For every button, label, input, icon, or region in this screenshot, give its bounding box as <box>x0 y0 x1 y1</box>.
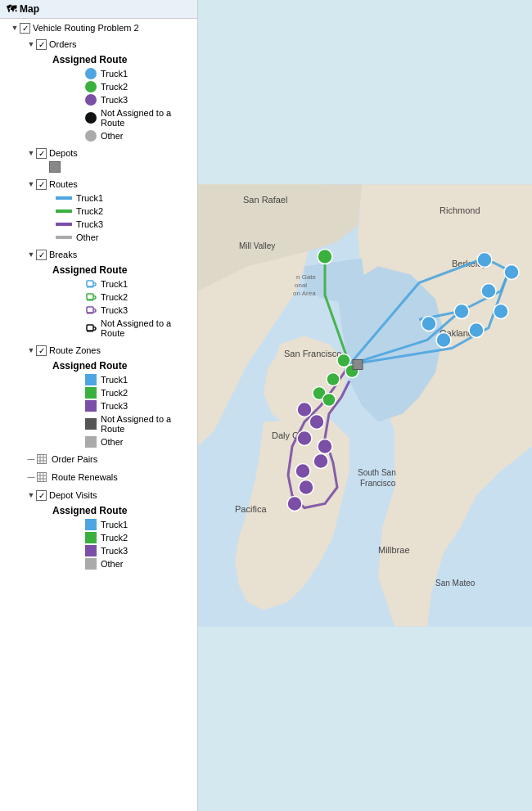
depotvisits-other: Other <box>85 557 197 570</box>
svg-point-57 <box>297 403 312 417</box>
svg-point-61 <box>313 454 328 469</box>
routes-truck3-icon <box>56 223 72 226</box>
svg-text:Pacifica: Pacifica <box>235 504 267 514</box>
routes-items: Truck1 Truck2 Truck3 Other <box>49 191 197 244</box>
routezones-truck1: Truck1 <box>85 373 197 386</box>
svg-text:onal: onal <box>295 282 307 289</box>
routezones-arrow: ▼ <box>26 345 36 355</box>
depots-checkbox[interactable] <box>36 148 47 159</box>
orders-unassigned-icon <box>85 112 97 124</box>
svg-point-56 <box>494 304 508 319</box>
orderpairs-group: — Order Pairs <box>7 450 197 468</box>
map-svg: San Rafael Richmond Mill Valley Berkeley… <box>198 0 532 811</box>
orders-row[interactable]: ▼ Orders <box>23 37 197 52</box>
orders-truck2: Truck2 <box>85 80 197 93</box>
map-area[interactable]: San Rafael Richmond Mill Valley Berkeley… <box>198 0 532 811</box>
root-row[interactable]: ▼ Vehicle Routing Problem 2 <box>7 20 197 35</box>
breaks-row[interactable]: ▼ Breaks <box>23 247 197 262</box>
root-checkbox[interactable] <box>20 23 30 34</box>
svg-rect-4 <box>87 307 93 313</box>
depotvisits-truck1-label: Truck1 <box>101 519 128 530</box>
routezones-row[interactable]: ▼ Route Zones <box>23 343 197 358</box>
routes-truck1-label: Truck1 <box>76 192 103 204</box>
routerenewals-row[interactable]: — Route Renewals <box>23 470 197 484</box>
svg-text:San Francisco: San Francisco <box>284 349 341 358</box>
routes-label: Routes <box>49 178 78 190</box>
svg-point-55 <box>469 323 484 338</box>
orders-truck1-label: Truck1 <box>101 68 128 79</box>
routes-truck1-icon <box>56 196 72 200</box>
svg-point-63 <box>299 480 313 495</box>
routezones-truck2-icon <box>85 387 97 399</box>
breaks-unassigned-icon <box>85 322 97 334</box>
svg-point-54 <box>436 333 451 348</box>
orders-checkbox[interactable] <box>36 39 47 50</box>
routes-truck3: Truck3 <box>56 218 197 231</box>
routezones-checkbox[interactable] <box>36 345 47 356</box>
orderpairs-row[interactable]: — Order Pairs <box>23 452 197 466</box>
breaks-content: Assigned Route Truck1 <box>23 262 197 340</box>
routezones-assigned-heading: Assigned Route <box>49 358 197 373</box>
depotvisits-row[interactable]: ▼ Depot Visits <box>23 488 197 502</box>
breaks-truck2-icon <box>85 291 97 303</box>
svg-rect-1 <box>87 286 93 288</box>
map-icon: 🗺 <box>7 3 16 15</box>
routezones-truck3: Truck3 <box>85 399 197 412</box>
breaks-checkbox[interactable] <box>36 250 47 260</box>
breaks-items: Truck1 Truck2 <box>49 277 197 340</box>
routezones-truck3-icon <box>85 400 97 412</box>
orders-arrow: ▼ <box>26 39 36 49</box>
routezones-content: Assigned Route Truck1 Truck2 Truck3 <box>23 358 197 448</box>
routezones-other: Other <box>85 435 197 448</box>
depots-row[interactable]: ▼ Depots <box>23 146 197 160</box>
main-container: 🗺 Map ▼ Vehicle Routing Problem 2 ▼ Orde… <box>0 0 532 811</box>
routezones-label: Route Zones <box>49 345 101 356</box>
routes-other-icon <box>56 236 72 239</box>
svg-text:n Gate: n Gate <box>296 273 317 281</box>
depotvisits-other-icon <box>85 558 97 570</box>
svg-point-59 <box>297 431 312 446</box>
svg-rect-6 <box>87 325 93 331</box>
depotvisits-items: Truck1 Truck2 Truck3 Other <box>49 518 197 570</box>
routezones-truck1-label: Truck1 <box>101 374 128 385</box>
svg-point-58 <box>309 415 324 430</box>
depotvisits-checkbox[interactable] <box>36 490 47 501</box>
depotvisits-truck1: Truck1 <box>85 518 197 531</box>
svg-point-50 <box>504 265 519 280</box>
routes-checkbox[interactable] <box>36 179 47 190</box>
routes-row[interactable]: ▼ Routes <box>23 177 197 191</box>
orders-other-icon <box>85 130 97 142</box>
depots-content <box>23 160 197 173</box>
breaks-unassigned: Not Assigned to a Route <box>85 317 197 340</box>
svg-text:San Rafael: San Rafael <box>243 195 287 205</box>
svg-text:Mill Valley: Mill Valley <box>239 241 275 250</box>
routes-other: Other <box>56 231 197 244</box>
svg-point-43 <box>318 250 332 264</box>
breaks-group: ▼ Breaks Assigned Route <box>7 246 197 341</box>
root-label: Vehicle Routing Problem 2 <box>33 22 139 34</box>
routezones-unassigned-icon <box>85 418 97 430</box>
routerenewals-grid-icon <box>36 471 47 483</box>
svg-point-46 <box>327 373 340 386</box>
orders-truck3-icon <box>85 94 97 106</box>
depots-square-icon <box>49 161 61 173</box>
depotvisits-truck2-icon <box>85 532 97 543</box>
breaks-truck3: Truck3 <box>85 304 197 317</box>
orders-truck3: Truck3 <box>85 93 197 106</box>
depotvisits-truck3-icon <box>85 545 97 556</box>
orders-truck2-icon <box>85 81 97 92</box>
tree-root: ▼ Vehicle Routing Problem 2 ▼ Orders Ass… <box>0 19 197 574</box>
depotvisits-truck1-icon <box>85 519 97 530</box>
orders-truck1: Truck1 <box>85 67 197 80</box>
orders-truck3-label: Truck3 <box>101 94 128 106</box>
svg-point-51 <box>481 284 496 299</box>
depotvisits-arrow: ▼ <box>26 490 36 500</box>
depotvisits-content: Assigned Route Truck1 Truck2 Truck3 <box>23 502 197 570</box>
orderpairs-grid-icon <box>36 453 47 465</box>
svg-rect-5 <box>87 313 93 314</box>
routes-arrow: ▼ <box>26 179 36 189</box>
svg-point-48 <box>322 394 336 407</box>
depotvisits-group: ▼ Depot Visits Assigned Route Truck1 Tru… <box>7 486 197 572</box>
breaks-arrow: ▼ <box>26 250 36 259</box>
orders-label: Orders <box>49 38 77 50</box>
